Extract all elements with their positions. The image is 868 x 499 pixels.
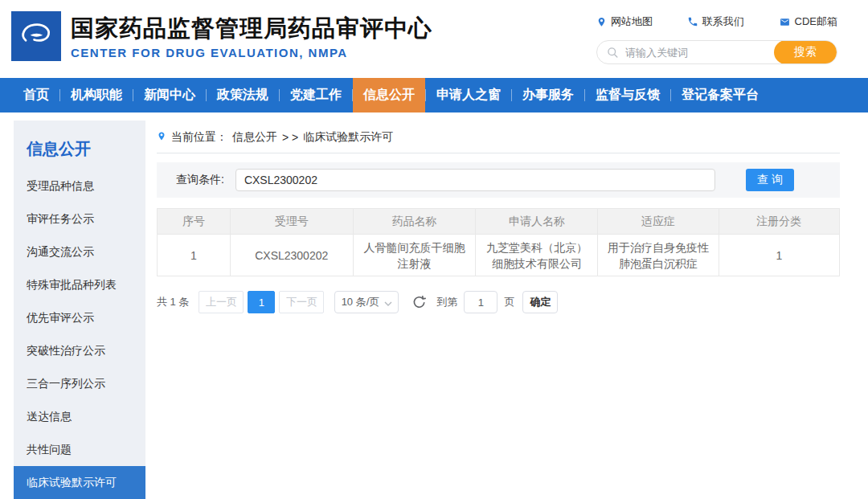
column-header-indication: 适应症 bbox=[598, 209, 719, 235]
page-number-button[interactable]: 1 bbox=[248, 291, 275, 313]
nav-item-home[interactable]: 首页 bbox=[13, 78, 59, 112]
sidebar-item-common-issues[interactable]: 共性问题 bbox=[14, 433, 145, 466]
site-search-input[interactable] bbox=[619, 47, 774, 59]
sidebar-title: 信息公开 bbox=[14, 121, 145, 170]
goto-page-suffix: 页 bbox=[504, 295, 514, 309]
cell-seq: 1 bbox=[158, 235, 231, 276]
cde-mail-label: CDE邮箱 bbox=[795, 14, 837, 29]
contact-us-label: 联系我们 bbox=[702, 14, 744, 29]
sitemap-link[interactable]: 网站地图 bbox=[596, 14, 653, 29]
confirm-button[interactable]: 确定 bbox=[522, 291, 558, 313]
nav-item-services[interactable]: 办事服务 bbox=[512, 78, 584, 112]
sidebar-item-three-in-one-sequence[interactable]: 三合一序列公示 bbox=[14, 367, 145, 400]
swan-emblem-icon bbox=[15, 14, 57, 59]
site-search-button[interactable]: 搜索 bbox=[774, 40, 837, 64]
cell-indication: 用于治疗自身免疫性肺泡蛋白沉积症 bbox=[598, 235, 719, 276]
query-condition-input[interactable] bbox=[235, 169, 715, 191]
sidebar-item-clinical-trial-implied-license[interactable]: 临床试验默示许可 bbox=[14, 466, 145, 499]
sitemap-label: 网站地图 bbox=[611, 14, 653, 29]
breadcrumb: 当前位置： 信息公开 > > 临床试验默示许可 bbox=[157, 121, 840, 153]
breadcrumb-separator: > > bbox=[282, 131, 298, 144]
site-header: 国家药品监督管理局药品审评中心 CENTER FOR DRUG EVALUATI… bbox=[0, 0, 868, 78]
sidebar-item-accepted-varieties[interactable]: 受理品种信息 bbox=[14, 170, 145, 202]
page-size-select[interactable]: 10 条/页 bbox=[334, 291, 399, 313]
column-header-drug-name: 药品名称 bbox=[353, 209, 476, 235]
contact-us-link[interactable]: 联系我们 bbox=[687, 14, 744, 29]
table-row: 1 CXSL2300202 人骨髓间充质干细胞注射液 九芝堂美科（北京）细胞技术… bbox=[158, 235, 840, 276]
brand: 国家药品监督管理局药品审评中心 CENTER FOR DRUG EVALUATI… bbox=[11, 11, 432, 61]
nav-item-party-building[interactable]: 党建工作 bbox=[280, 78, 352, 112]
header-right: 网站地图 联系我们 CDE邮箱 bbox=[596, 14, 837, 64]
cell-drug-name: 人骨髓间充质干细胞注射液 bbox=[353, 235, 476, 276]
total-count-label: 共 1 条 bbox=[157, 295, 189, 309]
query-button[interactable]: 查询 bbox=[746, 169, 794, 191]
nav-item-info-disclosure[interactable]: 信息公开 bbox=[353, 78, 425, 112]
nav-item-registration-platform[interactable]: 登记备案平台 bbox=[671, 78, 769, 112]
results-table: 序号 受理号 药品名称 申请人名称 适应症 注册分类 1 CXSL2300202… bbox=[157, 208, 840, 276]
breadcrumb-prefix: 当前位置： bbox=[171, 130, 227, 145]
breadcrumb-current[interactable]: 临床试验默示许可 bbox=[303, 130, 393, 145]
nav-item-applicant-window[interactable]: 申请人之窗 bbox=[426, 78, 511, 112]
nav-item-functions[interactable]: 机构职能 bbox=[60, 78, 133, 112]
sidebar: 信息公开 受理品种信息 审评任务公示 沟通交流公示 特殊审批品种列表 优先审评公… bbox=[14, 121, 145, 499]
refresh-icon[interactable] bbox=[412, 296, 426, 309]
page-size-value: 10 条/页 bbox=[342, 295, 380, 309]
nav-item-news[interactable]: 新闻中心 bbox=[133, 78, 206, 112]
query-bar: 查询条件: 查询 bbox=[157, 162, 840, 198]
sidebar-item-special-approval-list[interactable]: 特殊审批品种列表 bbox=[14, 268, 145, 301]
main-panel: 当前位置： 信息公开 > > 临床试验默示许可 查询条件: 查询 序号 受理号 … bbox=[157, 121, 840, 313]
nav-item-supervision-feedback[interactable]: 监督与反馈 bbox=[585, 78, 670, 112]
location-pin-icon bbox=[596, 16, 607, 28]
cde-logo bbox=[11, 11, 61, 61]
brand-text: 国家药品监督管理局药品审评中心 CENTER FOR DRUG EVALUATI… bbox=[71, 11, 432, 59]
quick-links: 网站地图 联系我们 CDE邮箱 bbox=[596, 14, 837, 29]
column-header-applicant: 申请人名称 bbox=[476, 209, 598, 235]
site-title: 国家药品监督管理局药品审评中心 bbox=[71, 14, 432, 42]
mail-icon bbox=[779, 17, 791, 27]
cell-applicant: 九芝堂美科（北京）细胞技术有限公司 bbox=[476, 235, 598, 276]
cell-registration-class: 1 bbox=[719, 235, 839, 276]
location-pin-icon bbox=[157, 130, 166, 145]
prev-page-button[interactable]: 上一页 bbox=[199, 291, 244, 313]
goto-page-input[interactable] bbox=[464, 291, 497, 313]
cde-mail-link[interactable]: CDE邮箱 bbox=[779, 14, 837, 29]
table-header-row: 序号 受理号 药品名称 申请人名称 适应症 注册分类 bbox=[158, 209, 840, 235]
goto-page-prefix: 到第 bbox=[436, 295, 457, 309]
sidebar-item-priority-review[interactable]: 优先审评公示 bbox=[14, 301, 145, 334]
sidebar-item-breakthrough-therapy[interactable]: 突破性治疗公示 bbox=[14, 334, 145, 367]
phone-icon bbox=[687, 16, 698, 27]
column-header-registration-class: 注册分类 bbox=[719, 209, 839, 235]
column-header-seq: 序号 bbox=[158, 209, 231, 235]
query-condition-label: 查询条件: bbox=[176, 173, 224, 187]
chevron-down-icon bbox=[384, 297, 392, 309]
search-icon bbox=[607, 47, 619, 59]
sidebar-item-review-tasks[interactable]: 审评任务公示 bbox=[14, 202, 145, 235]
main-nav: 首页 机构职能 新闻中心 政策法规 党建工作 信息公开 申请人之窗 办事服务 监… bbox=[0, 78, 868, 112]
page: 国家药品监督管理局药品审评中心 CENTER FOR DRUG EVALUATI… bbox=[0, 0, 868, 499]
next-page-button[interactable]: 下一页 bbox=[279, 291, 324, 313]
breadcrumb-section[interactable]: 信息公开 bbox=[232, 130, 277, 145]
sidebar-item-communication[interactable]: 沟通交流公示 bbox=[14, 235, 145, 268]
content: 信息公开 受理品种信息 审评任务公示 沟通交流公示 特殊审批品种列表 优先审评公… bbox=[0, 112, 868, 499]
nav-item-policies[interactable]: 政策法规 bbox=[207, 78, 279, 112]
pagination: 共 1 条 上一页 1 下一页 10 条/页 到第 页 确定 bbox=[157, 291, 840, 313]
cell-acceptance-no: CXSL2300202 bbox=[230, 235, 353, 276]
site-subtitle: CENTER FOR DRUG EVALUATION, NMPA bbox=[71, 46, 432, 59]
site-search-bar: 搜索 bbox=[596, 40, 837, 64]
sidebar-item-delivery-info[interactable]: 送达信息 bbox=[14, 400, 145, 433]
column-header-acceptance-no: 受理号 bbox=[230, 209, 353, 235]
